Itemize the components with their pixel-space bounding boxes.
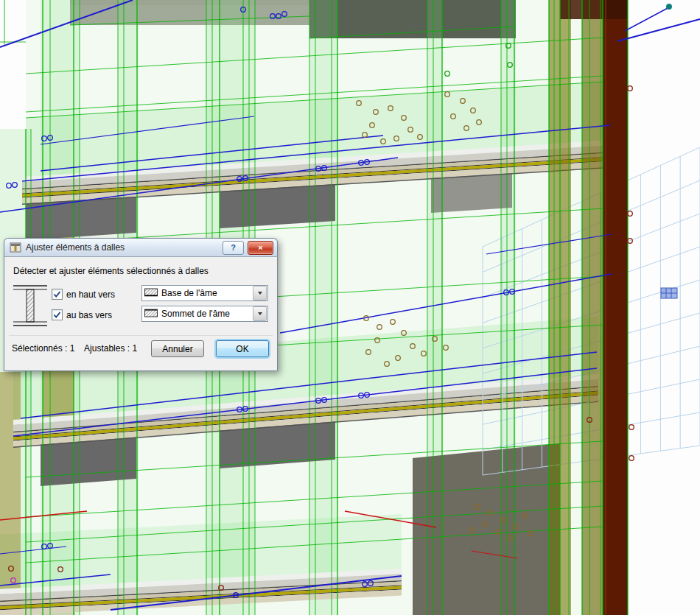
checkbox-au-bas-vers[interactable] xyxy=(52,309,63,320)
checkbox-en-haut-vers[interactable] xyxy=(52,289,63,300)
cancel-button[interactable]: Annuler xyxy=(151,340,204,357)
help-button[interactable]: ? xyxy=(223,241,244,255)
dropdown-bas[interactable]: Sommet de l'âme xyxy=(141,306,268,322)
dialog-titlebar[interactable]: Ajuster éléments à dalles ? × xyxy=(4,238,278,257)
adjustable-count: Ajustables : 1 xyxy=(84,343,137,354)
dialog-description: Détecter et ajuster éléments sélectionné… xyxy=(13,266,209,276)
beam-top-icon xyxy=(144,307,158,320)
dialog-icon xyxy=(10,242,21,253)
checkbox-label-haut: en haut vers xyxy=(66,289,115,300)
option-row-bas: au bas vers xyxy=(52,309,112,320)
dialog-body: Détecter et ajuster éléments sélectionné… xyxy=(4,257,278,371)
dialog-title: Ajuster éléments à dalles xyxy=(26,242,223,253)
dropdown-bas-value: Sommet de l'âme xyxy=(161,309,253,319)
selected-count: Sélectionnés : 1 xyxy=(12,343,74,354)
dropdown-haut-value: Base de l'âme xyxy=(161,288,253,298)
dropdown-bas-arrow-icon[interactable] xyxy=(253,306,267,321)
close-button[interactable]: × xyxy=(248,241,273,255)
checkbox-label-bas: au bas vers xyxy=(66,310,112,320)
dialog-ajuster-elements-a-dalles: Ajuster éléments à dalles ? × Détecter e… xyxy=(4,238,278,371)
dropdown-haut-arrow-icon[interactable] xyxy=(253,286,267,301)
grid-tool-icon[interactable] xyxy=(661,288,677,298)
beam-base-icon xyxy=(144,287,158,300)
divider xyxy=(9,335,273,336)
ibeam-profile-icon xyxy=(13,284,47,331)
option-row-haut: en haut vers xyxy=(52,289,115,300)
dropdown-haut[interactable]: Base de l'âme xyxy=(141,285,268,301)
ok-button[interactable]: OK xyxy=(216,340,269,357)
selection-status: Sélectionnés : 1 Ajustables : 1 xyxy=(12,340,144,357)
application-window: Ajuster éléments à dalles ? × Détecter e… xyxy=(0,0,700,615)
